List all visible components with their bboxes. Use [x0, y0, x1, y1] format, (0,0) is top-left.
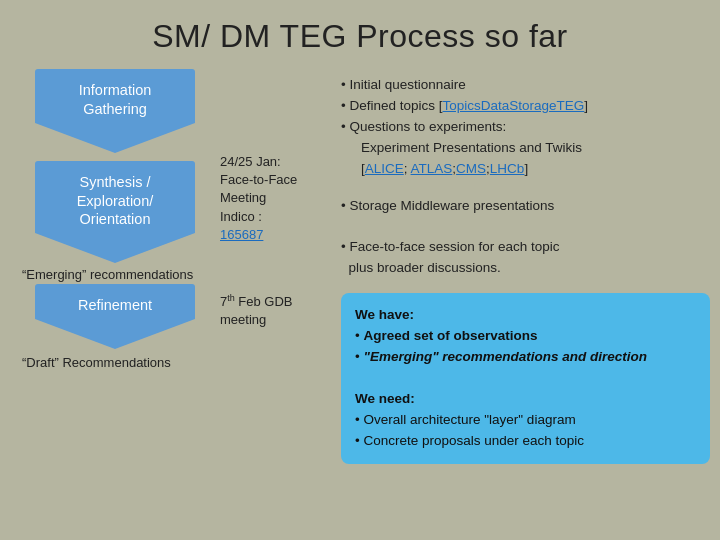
arrow2-label: Synthesis /Exploration/Orientation — [35, 161, 195, 234]
arrow1-point — [35, 123, 195, 153]
bullet-topics: • Defined topics [TopicsDataStorageTEG] — [341, 98, 588, 113]
link-alice[interactable]: ALICE — [365, 161, 404, 176]
link-lhcb[interactable]: LHCb — [490, 161, 525, 176]
arrow3-point — [35, 319, 195, 349]
bullet-presentations: Experiment Presentations and Twikis — [361, 140, 582, 155]
arrow2-point — [35, 233, 195, 263]
link-topics[interactable]: TopicsDataStorageTEG — [443, 98, 585, 113]
bullet-broader: plus broader discussions. — [341, 260, 501, 275]
gdb-agreed: • Agreed set of observations — [355, 328, 538, 343]
bullet-storage: • Storage Middleware presentations — [341, 198, 554, 213]
bullet-questionnaire: • Initial questionnaire — [341, 77, 466, 92]
gdb-we-have: We have: — [355, 307, 414, 322]
mid-indico-link[interactable]: 165687 — [220, 227, 263, 242]
link-cms[interactable]: CMS — [456, 161, 486, 176]
mid-date-line1: 24/25 Jan: — [220, 154, 281, 169]
arrow3-label: Refinement — [35, 284, 195, 319]
mid-block-1: 24/25 Jan: Face-to-Face Meeting Indico :… — [220, 153, 335, 244]
gdb-emerging: • "Emerging" recommendations and directi… — [355, 349, 647, 364]
middle-column: 24/25 Jan: Face-to-Face Meeting Indico :… — [220, 69, 335, 529]
mid-date-line3: Meeting — [220, 190, 266, 205]
mid-block-2: 7th Feb GDBmeeting — [220, 292, 335, 330]
gdb-architecture: • Overall architecture "layer" diagram — [355, 412, 576, 427]
bullet-links-row: [ALICE; ATLAS;CMS;LHCb] — [361, 161, 528, 176]
mid-date-line2: Face-to-Face — [220, 172, 297, 187]
mid-date-indico: Indico : — [220, 209, 262, 224]
arrow-2: Synthesis /Exploration/Orientation — [35, 161, 195, 264]
draft-label: “Draft” Recommendations — [20, 355, 210, 370]
right-column: • Initial questionnaire • Defined topics… — [335, 69, 710, 529]
bullet-block-1: • Initial questionnaire • Defined topics… — [341, 75, 710, 180]
arrow1-label: InformationGathering — [35, 69, 195, 123]
emerging-label: “Emerging” recommendations — [20, 267, 210, 282]
gdb-box: We have: • Agreed set of observations • … — [341, 293, 710, 463]
left-column: InformationGathering Synthesis /Explorat… — [10, 69, 220, 529]
link-atlas[interactable]: ATLAS — [411, 161, 453, 176]
bullet-face-to-face: • Face-to-face session for each topic — [341, 239, 560, 254]
page-title: SM/ DM TEG Process so far — [0, 0, 720, 65]
gdb-we-need: We need: — [355, 391, 415, 406]
mid-gdb-date: 7th Feb GDBmeeting — [220, 294, 293, 327]
arrow-3: Refinement — [35, 284, 195, 349]
arrow-1: InformationGathering — [35, 69, 195, 153]
bullet-questions: • Questions to experiments: — [341, 119, 506, 134]
gdb-concrete: • Concrete proposals under each topic — [355, 433, 584, 448]
bullet-block-2: • Storage Middleware presentations • Fac… — [341, 196, 710, 280]
